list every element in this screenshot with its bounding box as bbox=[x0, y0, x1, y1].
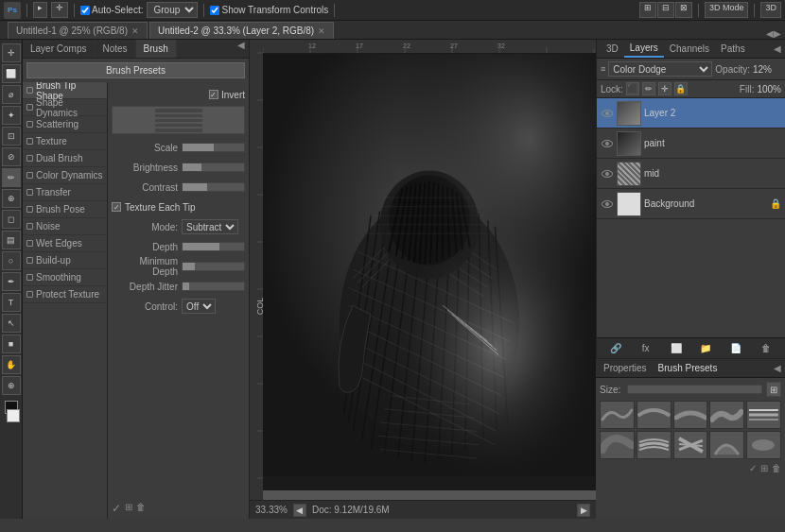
preset-4[interactable] bbox=[709, 401, 744, 429]
brush-panel-collapse[interactable]: ◀ bbox=[234, 40, 249, 58]
3d-mode-btn[interactable]: 3D Mode bbox=[705, 2, 749, 18]
move-tool-btn[interactable]: ✛ bbox=[51, 2, 68, 18]
scale-slider[interactable] bbox=[182, 143, 245, 152]
dodge-tool[interactable]: ○ bbox=[2, 251, 21, 270]
preset-5[interactable] bbox=[746, 401, 781, 429]
tab-paths[interactable]: Paths bbox=[715, 40, 751, 58]
blend-mode-select[interactable]: Color Dodge bbox=[608, 61, 712, 77]
presets-delete-icon[interactable]: 🗑 bbox=[772, 463, 781, 473]
layer-new-btn[interactable]: 📄 bbox=[728, 341, 743, 356]
status-arrow-left[interactable]: ◀ bbox=[293, 504, 306, 517]
lock-image-btn[interactable]: ✏ bbox=[642, 82, 655, 95]
right-panel-collapse-btn[interactable]: ◀ bbox=[774, 43, 781, 54]
brush-category-smoothing[interactable]: Smoothing bbox=[23, 269, 107, 286]
lasso-tool[interactable]: ⌀ bbox=[2, 85, 21, 104]
document-tab-1[interactable]: Untitled-1 @ 25% (RGB/8) ✕ bbox=[8, 22, 148, 39]
preset-3[interactable] bbox=[673, 401, 708, 429]
arrow-tool-btn[interactable]: ▸ bbox=[33, 2, 47, 18]
background-color[interactable] bbox=[7, 409, 20, 422]
gradient-tool[interactable]: ▤ bbox=[2, 231, 21, 249]
layer-delete-btn[interactable]: 🗑 bbox=[759, 341, 774, 356]
texture-each-tip-checkbox[interactable]: ✓ bbox=[112, 202, 121, 212]
preset-10[interactable] bbox=[746, 431, 781, 459]
zoom-tool[interactable]: ⊕ bbox=[2, 376, 21, 395]
depth-jitter-slider[interactable] bbox=[182, 282, 245, 291]
status-arrow-right[interactable]: ▶ bbox=[577, 504, 590, 517]
magic-wand-tool[interactable]: ✦ bbox=[2, 106, 21, 125]
bottom-panel-collapse[interactable]: ◀ bbox=[774, 363, 781, 373]
tab-1-close[interactable]: ✕ bbox=[131, 26, 139, 36]
tab-3d[interactable]: 3D bbox=[601, 40, 624, 58]
tab-layer-comps[interactable]: Layer Comps bbox=[23, 40, 95, 58]
mode-select[interactable]: Subtract bbox=[182, 219, 238, 234]
new-brush-icon[interactable]: ⊞ bbox=[125, 502, 132, 515]
brush-category-shape-dyn[interactable]: Shape Dynamics bbox=[23, 99, 107, 116]
min-depth-slider[interactable] bbox=[182, 262, 245, 271]
delete-brush-icon[interactable]: 🗑 bbox=[136, 502, 146, 515]
layer-row-layer2[interactable]: Layer 2 bbox=[597, 98, 785, 129]
brush-tool[interactable]: ✏ bbox=[2, 168, 21, 187]
tab-channels[interactable]: Channels bbox=[664, 40, 715, 58]
bp-new-icon[interactable]: ⊞ bbox=[766, 382, 781, 397]
crop-tool[interactable]: ⊡ bbox=[2, 127, 21, 146]
show-transform-checkbox[interactable] bbox=[210, 6, 219, 15]
document-tab-2[interactable]: Untitled-2 @ 33.3% (Layer 2, RGB/8) ✕ bbox=[149, 22, 334, 39]
texture-preview[interactable] bbox=[112, 106, 245, 134]
depth-slider[interactable] bbox=[182, 242, 245, 251]
auto-select-dropdown[interactable]: Group bbox=[147, 2, 198, 18]
bg-visibility[interactable] bbox=[601, 197, 614, 211]
brush-category-scattering[interactable]: Scattering bbox=[23, 116, 107, 133]
layer2-visibility[interactable] bbox=[601, 107, 614, 120]
align-btn-2[interactable]: ⊟ bbox=[657, 2, 674, 18]
path-select-tool[interactable]: ↖ bbox=[2, 314, 21, 333]
preset-9[interactable] bbox=[709, 431, 744, 459]
tab-brush-presets[interactable]: Brush Presets bbox=[654, 363, 722, 373]
layer-link-btn[interactable]: 🔗 bbox=[608, 341, 623, 356]
brush-category-wet-edges[interactable]: Wet Edges bbox=[23, 235, 107, 252]
preset-8[interactable] bbox=[673, 431, 708, 459]
eyedropper-tool[interactable]: ⊘ bbox=[2, 147, 21, 166]
tab-properties[interactable]: Properties bbox=[600, 363, 651, 373]
layer-group-btn[interactable]: 📁 bbox=[698, 341, 713, 356]
brush-category-brush-pose[interactable]: Brush Pose bbox=[23, 201, 107, 218]
brush-category-buildup[interactable]: Build-up bbox=[23, 252, 107, 269]
brightness-slider[interactable] bbox=[182, 163, 245, 172]
auto-select-checkbox[interactable] bbox=[80, 6, 90, 15]
layer-row-paint[interactable]: paint bbox=[597, 129, 785, 159]
contrast-slider[interactable] bbox=[182, 182, 245, 192]
move-tool[interactable]: ✛ bbox=[2, 43, 21, 62]
preset-1[interactable] bbox=[600, 401, 635, 429]
canvas-area[interactable]: 12 17 22 27 32 bbox=[250, 40, 596, 519]
tab-2-close[interactable]: ✕ bbox=[318, 26, 325, 36]
marquee-tool[interactable]: ⬜ bbox=[2, 64, 21, 83]
pen-tool[interactable]: ✒ bbox=[2, 272, 21, 291]
check-icon[interactable]: ✓ bbox=[112, 502, 121, 515]
text-tool[interactable]: T bbox=[2, 293, 21, 312]
invert-checkbox[interactable]: ✓ bbox=[209, 90, 218, 99]
layer-row-mid[interactable]: mid bbox=[597, 159, 785, 189]
tab-collapse-btn[interactable]: ◀▶ bbox=[766, 28, 785, 39]
tab-notes[interactable]: Notes bbox=[95, 40, 135, 58]
brush-category-transfer[interactable]: Transfer bbox=[23, 184, 107, 201]
preset-2[interactable] bbox=[637, 401, 672, 429]
presets-check-icon[interactable]: ✓ bbox=[749, 463, 757, 473]
preset-6[interactable] bbox=[600, 431, 635, 459]
brush-category-color-dyn[interactable]: Color Dynamics bbox=[23, 167, 107, 184]
layer-row-background[interactable]: Background 🔒 bbox=[597, 189, 785, 219]
clone-tool[interactable]: ⊕ bbox=[2, 189, 21, 208]
canvas-drawing[interactable] bbox=[263, 40, 596, 490]
shape-tool[interactable]: ■ bbox=[2, 335, 21, 353]
preset-7[interactable] bbox=[637, 431, 672, 459]
mid-visibility[interactable] bbox=[601, 167, 614, 180]
bp-size-slider[interactable] bbox=[627, 385, 762, 394]
presets-new-icon[interactable]: ⊞ bbox=[760, 463, 768, 473]
brush-category-dual[interactable]: Dual Brush bbox=[23, 150, 107, 167]
brush-presets-button[interactable]: Brush Presets bbox=[26, 62, 245, 78]
brush-category-noise[interactable]: Noise bbox=[23, 218, 107, 235]
align-btn-3[interactable]: ⊠ bbox=[675, 2, 692, 18]
3d-btn[interactable]: 3D bbox=[760, 2, 781, 18]
layer-mask-btn[interactable]: ⬜ bbox=[669, 341, 684, 356]
align-btn-1[interactable]: ⊞ bbox=[639, 2, 656, 18]
paint-visibility[interactable] bbox=[601, 137, 614, 150]
brush-category-texture[interactable]: Texture bbox=[23, 133, 107, 150]
